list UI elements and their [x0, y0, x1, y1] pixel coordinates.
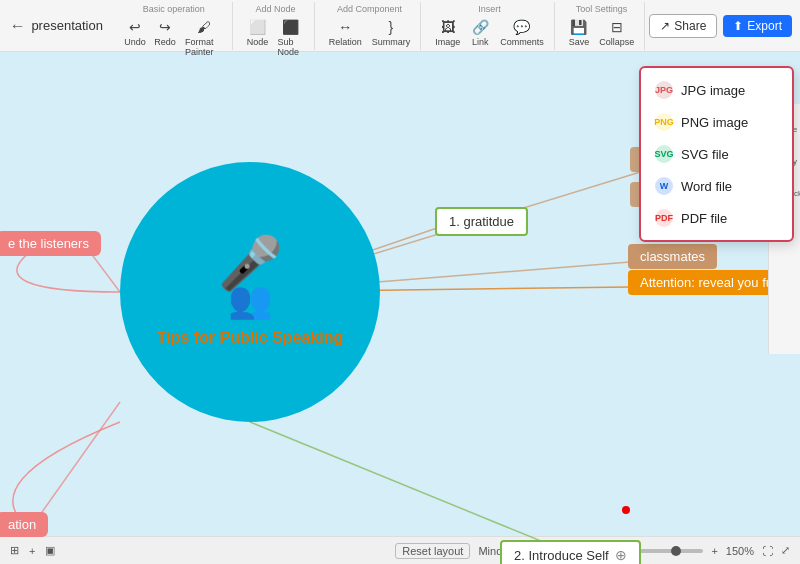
link-icon: 🔗 — [471, 18, 489, 36]
listeners-label: e the listeners — [8, 236, 89, 251]
export-svg-label: SVG file — [681, 147, 729, 162]
export-png-item[interactable]: PNG PNG image — [641, 106, 792, 138]
introduce-self-label: 2. Introduce Self — [514, 548, 609, 563]
format-painter-icon: 🖌 — [195, 18, 213, 36]
export-word-label: Word file — [681, 179, 732, 194]
red-dot — [622, 506, 630, 514]
comments-button[interactable]: 💬 Comments — [496, 16, 548, 49]
zoom-plus[interactable]: + — [711, 545, 717, 557]
listeners-node[interactable]: e the listeners — [0, 231, 101, 256]
save-button[interactable]: 💾 Save — [565, 16, 594, 49]
svg-icon: SVG — [655, 145, 673, 163]
export-jpg-label: JPG image — [681, 83, 745, 98]
ation-label: ation — [8, 517, 36, 532]
undo-icon: ↩ — [126, 18, 144, 36]
back-button[interactable]: ← — [8, 14, 27, 38]
status-icon-3: ▣ — [45, 544, 55, 557]
word-icon: W — [655, 177, 673, 195]
image-icon: 🖼 — [439, 18, 457, 36]
basic-operation-group: Basic operation ↩ Undo ↪ Redo 🖌 Format P… — [115, 2, 233, 50]
link-button[interactable]: 🔗 Link — [466, 16, 494, 49]
status-icon-2: + — [29, 545, 35, 557]
reset-layout-button[interactable]: Reset layout — [395, 543, 470, 559]
export-label: Export — [747, 19, 782, 33]
app-title: presentation — [31, 18, 103, 33]
add-component-label: Add Component — [337, 4, 402, 14]
collapse-button[interactable]: ⊟ Collapse — [595, 16, 638, 49]
relation-icon: ↔ — [336, 18, 354, 36]
share-icon: ↗ — [660, 19, 670, 33]
collapse-icon: ⊟ — [608, 18, 626, 36]
attention-label: Attention: reveal you fu — [640, 275, 773, 290]
add-node-group: Add Node ⬜ Node ⬛ Sub Node — [237, 2, 314, 50]
basic-operation-label: Basic operation — [143, 4, 205, 14]
summary-icon: } — [382, 18, 400, 36]
classmates-label: classmates — [640, 249, 705, 264]
svg-line-5 — [30, 402, 120, 529]
tool-settings-group: Tool Settings 💾 Save ⊟ Collapse — [559, 2, 646, 50]
node-icon: ⬜ — [248, 18, 266, 36]
attention-node[interactable]: Attention: reveal you fu — [628, 270, 785, 295]
add-node-label: Add Node — [256, 4, 296, 14]
sub-node-icon: ⬛ — [282, 18, 300, 36]
node-button[interactable]: ⬜ Node — [243, 16, 271, 59]
zoom-percent: 150% — [726, 545, 754, 557]
summary-button[interactable]: } Summary — [368, 16, 415, 49]
export-png-label: PNG image — [681, 115, 748, 130]
central-label: Tips for Public Speaking — [147, 329, 353, 347]
jpg-icon: JPG — [655, 81, 673, 99]
format-painter-button[interactable]: 🖌 Format Painter — [181, 16, 226, 59]
insert-group: Insert 🖼 Image 🔗 Link 💬 Comments — [425, 2, 555, 50]
export-word-item[interactable]: W Word file — [641, 170, 792, 202]
insert-label: Insert — [478, 4, 501, 14]
canvas: 🎤 👥 Tips for Public Speaking 1. gratitdu… — [0, 52, 800, 564]
relation-button[interactable]: ↔ Relation — [325, 16, 366, 49]
ation-node[interactable]: ation — [0, 512, 48, 537]
expand-icon[interactable]: ⤢ — [781, 544, 790, 557]
statusbar: ⊞ + ▣ Reset layout Mind Map Nodes : 20 ⚙… — [0, 536, 800, 564]
redo-button[interactable]: ↪ Redo — [151, 16, 179, 59]
introduce-self-node[interactable]: 2. Introduce Self ⊕ — [500, 540, 641, 564]
png-icon: PNG — [655, 113, 673, 131]
central-node[interactable]: 🎤 👥 Tips for Public Speaking — [120, 162, 380, 422]
comments-icon: 💬 — [513, 18, 531, 36]
export-pdf-item[interactable]: PDF PDF file — [641, 202, 792, 234]
gratitude-node[interactable]: 1. gratitdue — [435, 207, 528, 236]
export-jpg-item[interactable]: JPG JPG image — [641, 74, 792, 106]
export-button[interactable]: ⬆ Export — [723, 15, 792, 37]
status-icon-1: ⊞ — [10, 544, 19, 557]
undo-button[interactable]: ↩ Undo — [121, 16, 149, 59]
fullscreen-icon[interactable]: ⛶ — [762, 545, 773, 557]
export-svg-item[interactable]: SVG SVG file — [641, 138, 792, 170]
export-dropdown: JPG JPG image PNG PNG image SVG SVG file… — [639, 66, 794, 242]
image-button[interactable]: 🖼 Image — [431, 16, 464, 49]
export-pdf-label: PDF file — [681, 211, 727, 226]
gratitude-label: 1. gratitdue — [449, 214, 514, 229]
toolbar: ← presentation Basic operation ↩ Undo ↪ … — [0, 0, 800, 52]
sub-node-button[interactable]: ⬛ Sub Node — [273, 16, 307, 59]
classmates-node[interactable]: classmates — [628, 244, 717, 269]
zoom-thumb — [671, 546, 681, 556]
save-icon: 💾 — [570, 18, 588, 36]
pdf-icon: PDF — [655, 209, 673, 227]
audience-icon: 👥 — [228, 279, 273, 321]
svg-line-4 — [90, 252, 120, 292]
export-icon: ⬆ — [733, 19, 743, 33]
introduce-add-icon[interactable]: ⊕ — [615, 547, 627, 563]
add-component-group: Add Component ↔ Relation } Summary — [319, 2, 422, 50]
share-label: Share — [674, 19, 706, 33]
share-button[interactable]: ↗ Share — [649, 14, 717, 38]
tool-settings-label: Tool Settings — [576, 4, 628, 14]
redo-icon: ↪ — [156, 18, 174, 36]
